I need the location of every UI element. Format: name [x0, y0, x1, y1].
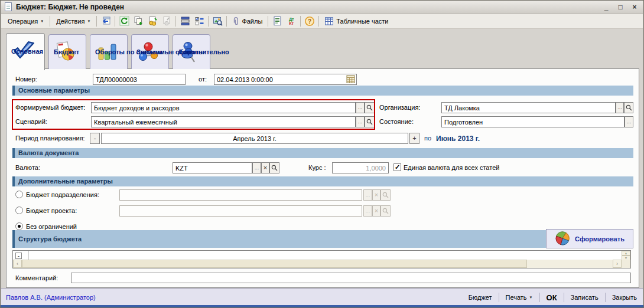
scroll-right-button[interactable]: ›	[613, 260, 622, 268]
minimize-button[interactable]: _	[601, 3, 611, 11]
section-document-currency: Валюта документа	[12, 148, 633, 158]
comment-input[interactable]	[71, 273, 631, 283]
report-button[interactable]	[270, 15, 284, 28]
copy-button[interactable]	[131, 15, 145, 28]
tab-additional[interactable]: Дополнительно	[173, 34, 210, 69]
dept-budget-ellipsis-button[interactable]: ...	[363, 189, 372, 201]
currency-search-button[interactable]	[269, 162, 279, 173]
ok-button[interactable]: ОК	[540, 293, 564, 302]
planning-period-label: Период планирования:	[15, 135, 85, 142]
calendar-button[interactable]	[346, 75, 356, 84]
generate-button[interactable]: Сформировать	[546, 229, 633, 248]
post-document-icon	[148, 16, 158, 26]
single-currency-label: Единая валюта для всех статей	[404, 164, 499, 171]
tab-budget[interactable]: Бюджет	[48, 34, 86, 69]
dropdown-arrow-icon: ▼	[40, 19, 44, 23]
dept-budget-input[interactable]	[119, 189, 362, 201]
period-end-value: Июнь 2013 г.	[436, 135, 480, 143]
state-input[interactable]	[441, 116, 625, 127]
currency-ellipsis-button[interactable]: ...	[252, 162, 261, 173]
dept-budget-radio[interactable]	[15, 191, 23, 198]
project-budget-search-button[interactable]	[380, 205, 391, 217]
dt-kt-button[interactable]: Дт Кт	[284, 15, 298, 28]
operation-menu-button[interactable]: Операция ▼	[4, 16, 48, 27]
budget-search-button[interactable]	[365, 102, 375, 113]
picture-preview-button[interactable]	[210, 15, 225, 28]
period-minus-button[interactable]: -	[90, 133, 100, 144]
actions-menu-button[interactable]: Действия ▼	[52, 16, 95, 27]
maximize-button[interactable]: □	[616, 3, 625, 11]
help-icon: ?	[304, 16, 315, 27]
tabular-parts-button[interactable]: Табличные части	[321, 15, 392, 27]
scroll-up-button[interactable]: ▲	[622, 251, 630, 255]
tab-dependent-turnovers[interactable]: Зависимые обороты	[131, 34, 169, 69]
tab-turnovers-by-items[interactable]: Обороты по статьям	[90, 34, 128, 69]
budget-ellipsis-button[interactable]: ...	[356, 102, 365, 113]
picture-icon	[213, 16, 223, 26]
project-budget-clear-button[interactable]: ×	[372, 205, 380, 217]
tab-main[interactable]: Основная	[6, 33, 45, 70]
period-plus-button[interactable]: +	[409, 133, 419, 144]
toolbar-separator	[268, 16, 268, 27]
rate-input[interactable]	[332, 162, 389, 173]
currency-clear-button[interactable]: ×	[261, 162, 269, 173]
scenario-search-button[interactable]	[365, 116, 375, 127]
save-button[interactable]: Записать	[564, 294, 605, 301]
tree-column-divider	[28, 251, 29, 260]
scenario-ellipsis-button[interactable]: ...	[356, 116, 365, 127]
tree-horizontal-scrollbar[interactable]: ‹ ›	[13, 260, 622, 268]
period-input[interactable]	[101, 133, 408, 144]
number-input[interactable]	[93, 74, 186, 85]
magnifier-icon	[382, 192, 389, 198]
print-button[interactable]: Печать ▼	[499, 294, 539, 301]
tree-vertical-scrollbar[interactable]: ▲ ▼	[622, 251, 630, 260]
scrollbar-thumb[interactable]	[22, 260, 527, 268]
scrollbar-track[interactable]	[527, 260, 613, 268]
budget-structure-tree[interactable]: - ▲ ▼ ‹ ›	[12, 250, 631, 268]
organization-search-button[interactable]	[624, 102, 633, 113]
dept-budget-search-button[interactable]	[380, 189, 391, 201]
toolbar-separator	[115, 16, 115, 27]
state-label: Состояние:	[379, 118, 414, 125]
single-currency-checkbox[interactable]: ✓	[393, 163, 401, 171]
close-form-button[interactable]: Закрыть	[606, 294, 638, 301]
dropdown-arrow-icon: ▼	[87, 19, 90, 23]
close-button[interactable]: ×	[630, 3, 639, 11]
reread-button[interactable]	[99, 15, 113, 28]
currency-input[interactable]	[173, 162, 252, 173]
copy-add-icon	[134, 16, 144, 26]
budget-input[interactable]	[91, 102, 356, 113]
date-input[interactable]	[214, 74, 357, 85]
scenario-input[interactable]	[91, 116, 356, 127]
unpost-document-button[interactable]	[160, 15, 174, 28]
post-document-button[interactable]	[145, 15, 160, 28]
refresh-button[interactable]	[117, 15, 131, 28]
help-button[interactable]: ?	[303, 15, 317, 28]
setup-flags-button[interactable]	[192, 15, 206, 28]
organization-label: Организация:	[379, 104, 420, 111]
comment-label: Комментарий:	[15, 274, 58, 281]
project-budget-input[interactable]	[119, 205, 362, 217]
state-ellipsis-button[interactable]: ...	[625, 116, 633, 127]
files-button[interactable]: Файлы	[229, 15, 266, 27]
section-main-parameters: Основные параметры	[12, 86, 633, 96]
project-budget-radio[interactable]	[15, 207, 23, 214]
budget-label: Формируемый бюджет:	[15, 104, 85, 111]
magnifier-icon	[626, 104, 632, 111]
organization-ellipsis-button[interactable]: ...	[616, 102, 624, 113]
document-movements-button[interactable]	[178, 15, 192, 28]
budget-document-window: Бюджет: Бюджет. Не проведен _ □ × Операц…	[0, 0, 644, 308]
no-limits-radio[interactable]	[15, 222, 23, 230]
tree-expander[interactable]: -	[15, 253, 22, 259]
organization-input[interactable]	[441, 102, 616, 113]
dept-budget-clear-button[interactable]: ×	[372, 189, 380, 201]
checkbox-list-icon	[194, 16, 204, 26]
project-budget-ellipsis-button[interactable]: ...	[363, 205, 372, 217]
section-budget-structure: Структура бюджета	[12, 230, 633, 248]
refresh-icon	[119, 16, 129, 26]
toolbar-separator	[300, 16, 301, 27]
dept-budget-label: Бюджет подразделения:	[26, 191, 99, 198]
budget-button[interactable]: Бюджет	[462, 294, 499, 301]
scroll-left-button[interactable]: ‹	[13, 260, 22, 268]
scrollbar-corner	[622, 260, 630, 268]
